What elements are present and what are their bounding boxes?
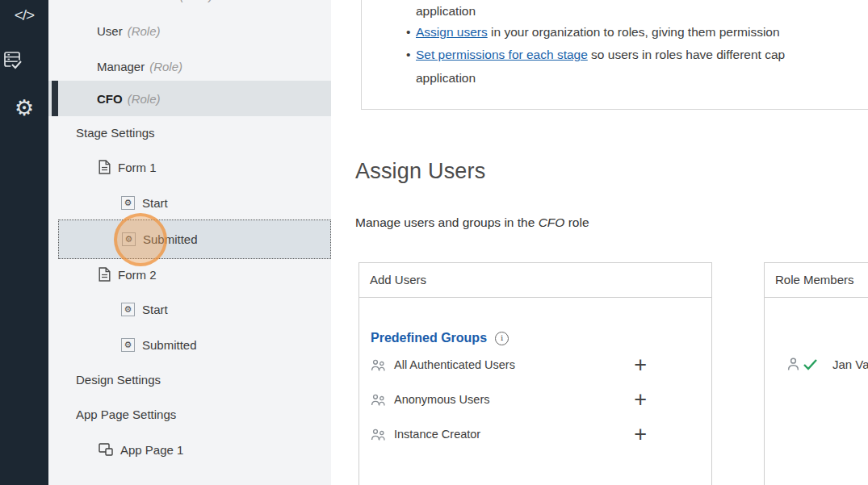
sidebar-item-record-owner[interactable]: Record Owner (Role) (48, 0, 331, 13)
user-group-icon (371, 359, 387, 371)
stage-gear-icon: ⚙ (121, 303, 135, 316)
stage-gear-icon: ⚙ (122, 232, 136, 246)
form-document-icon (99, 267, 111, 282)
stage-gear-icon: ⚙ (121, 338, 135, 352)
code-icon[interactable]: </> (0, 6, 48, 24)
settings-sidebar: Record Owner (Role) User (Role) Manager … (48, 0, 331, 485)
set-permissions-link[interactable]: Set permissions for each stage (416, 48, 588, 61)
sidebar-item-form-1[interactable]: Form 1 (48, 149, 331, 185)
intro-help-box: application • Assign users in your organ… (361, 0, 868, 110)
intro-line-application-2: application (416, 71, 476, 86)
sidebar-item-form1-submitted[interactable]: ⚙ Submitted (58, 220, 331, 259)
selected-accent-bar (52, 81, 58, 116)
add-users-panel: Add Users Predefined Groups i All Authen… (359, 262, 712, 485)
page-subtitle: Manage users and groups in the CFO role (355, 215, 589, 230)
assign-users-link[interactable]: Assign users (416, 25, 488, 39)
add-users-panel-title: Add Users (359, 263, 711, 298)
intro-line-application: application (416, 4, 476, 19)
sidebar-item-app-page-settings[interactable]: App Page Settings (48, 396, 331, 432)
bullet-dot: • (406, 48, 410, 62)
user-group-icon (371, 394, 387, 406)
add-group-plus-button[interactable]: + (634, 354, 647, 375)
group-row-all-authenticated-users: All Authenticated Users + (371, 353, 647, 377)
left-rail: </> ⚙ (0, 0, 48, 485)
add-group-plus-button[interactable]: + (634, 389, 647, 410)
sidebar-item-form1-start[interactable]: ⚙ Start (48, 185, 331, 220)
sidebar-item-app-page-1[interactable]: App Page 1 (48, 432, 331, 467)
app-page-icon (99, 443, 113, 456)
sidebar-item-form2-submitted[interactable]: ⚙ Submitted (48, 327, 331, 362)
stage-gear-icon: ⚙ (121, 196, 135, 210)
check-icon (803, 358, 818, 370)
role-members-panel: Role Members Jan Val (764, 262, 868, 485)
sidebar-item-form-2[interactable]: Form 2 (48, 257, 331, 292)
intro-bullet-set-permissions: • Set permissions for each stage so user… (416, 48, 785, 62)
sidebar-item-manager-role[interactable]: Manager (Role) (48, 48, 331, 84)
add-group-plus-button[interactable]: + (634, 424, 647, 445)
form-document-icon (99, 160, 111, 174)
page-title: Assign Users (355, 158, 485, 184)
role-name-italic: CFO (539, 215, 565, 229)
bullet-dot: • (406, 25, 410, 40)
sidebar-item-user-role[interactable]: User (Role) (48, 13, 331, 48)
member-name: Jan Val (832, 357, 868, 371)
records-icon[interactable] (0, 48, 48, 73)
sidebar-item-stage-settings[interactable]: Stage Settings (48, 115, 331, 150)
sidebar-item-form2-start[interactable]: ⚙ Start (48, 291, 331, 327)
sidebar-item-design-settings[interactable]: Design Settings (48, 362, 331, 397)
info-icon[interactable]: i (495, 332, 509, 345)
intro-bullet-assign-users: • Assign users in your organization to r… (416, 25, 780, 40)
person-icon (787, 357, 799, 370)
predefined-groups-heading: Predefined Groups i (371, 331, 509, 345)
member-row-jan-val: Jan Val (787, 352, 868, 376)
user-group-icon (371, 429, 387, 441)
role-members-panel-title: Role Members (765, 263, 868, 298)
group-row-anonymous-users: Anonymous Users + (371, 387, 647, 412)
group-row-instance-creator: Instance Creator + (371, 422, 647, 446)
settings-gear-icon[interactable]: ⚙ (0, 97, 48, 119)
sidebar-item-cfo-role[interactable]: CFO (Role) (48, 81, 331, 116)
